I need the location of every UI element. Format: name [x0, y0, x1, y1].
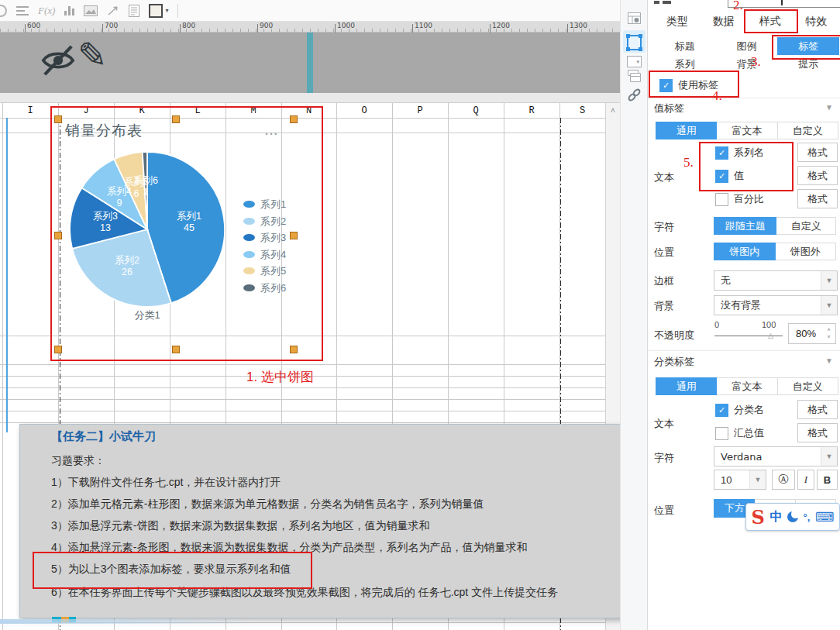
ime-keyboard-icon[interactable]: ⌨	[815, 509, 835, 525]
rectangle-tool-icon[interactable]: ▾	[149, 2, 168, 19]
selection-handle[interactable]	[54, 115, 62, 123]
series-name-checkbox[interactable]	[715, 146, 728, 160]
border-select[interactable]: 无 ▼	[714, 270, 838, 291]
inside-pie-option[interactable]: 饼图内	[714, 243, 776, 260]
use-label-checkbox[interactable]	[659, 79, 673, 92]
legend-item[interactable]: 系列4	[243, 246, 286, 263]
tab-style[interactable]: 样式	[747, 12, 794, 31]
tab-data[interactable]: 数据	[701, 12, 747, 31]
value-format-button[interactable]: 格式	[797, 166, 838, 185]
widget-combo-icon[interactable]: ▾	[627, 56, 642, 67]
background-select[interactable]: 没有背景 ▼	[714, 295, 838, 315]
chevron-down-icon[interactable]: ▼	[749, 470, 766, 489]
theme-follow-option[interactable]: 跟随主题	[714, 217, 776, 235]
font-family-select[interactable]: Verdana ▼	[714, 446, 838, 466]
legend-item[interactable]: 系列5	[243, 263, 286, 279]
nav-label[interactable]: 标签	[777, 37, 839, 55]
column-header[interactable]: I	[2, 103, 58, 118]
theme-custom-option[interactable]: 自定义	[776, 217, 836, 235]
hyperlink-icon[interactable]	[627, 88, 642, 102]
pie-chart[interactable]	[67, 150, 227, 309]
italic-button[interactable]: I	[797, 470, 814, 490]
mode-custom[interactable]: 自定义	[778, 122, 838, 139]
font-size-select[interactable]: 10 ▼	[714, 470, 766, 490]
column-chart-icon[interactable]	[64, 2, 74, 19]
use-label-row[interactable]: 使用标签	[659, 78, 718, 92]
series-name-format-button[interactable]: 格式	[797, 143, 838, 162]
value-label-section-header[interactable]: 值标签	[654, 102, 684, 115]
summary-value-check-row[interactable]: 汇总值	[715, 426, 764, 440]
category-name-check-row[interactable]: 分类名	[715, 403, 764, 417]
chevron-down-icon[interactable]: ▼	[821, 271, 837, 290]
selection-handle[interactable]	[172, 115, 180, 123]
category-name-checkbox[interactable]	[715, 404, 728, 417]
legend-item[interactable]: 系列6	[243, 280, 286, 296]
tab-effects[interactable]: 特效	[793, 12, 839, 31]
summary-value-checkbox[interactable]	[715, 427, 728, 440]
outside-pie-option[interactable]: 饼图外	[776, 243, 837, 260]
percent-format-button[interactable]: 格式	[797, 189, 838, 208]
menu-circle-icon[interactable]	[0, 2, 7, 19]
ime-punctuation-icon[interactable]: °,	[804, 511, 811, 523]
column-header[interactable]: P	[392, 103, 448, 118]
ime-fullhalf-moon-icon[interactable]	[787, 511, 798, 522]
category-label-section-header[interactable]: 分类标签	[654, 355, 694, 369]
series-name-check-row[interactable]: 系列名	[715, 146, 764, 160]
mode-richtext[interactable]: 富文本	[717, 122, 777, 139]
legend-item[interactable]: 系列3	[243, 229, 286, 246]
nav-title[interactable]: 标题	[654, 37, 716, 55]
selection-handle[interactable]	[172, 346, 180, 353]
legend-item[interactable]: 系列2	[243, 213, 286, 229]
nav-legend[interactable]: 图例	[716, 37, 778, 55]
hide-eye-icon[interactable]	[40, 43, 76, 80]
value-check-row[interactable]: 值	[715, 169, 744, 183]
tab-type[interactable]: 类型	[654, 12, 701, 31]
percent-check-row[interactable]: 百分比	[715, 192, 764, 206]
ime-toolbar[interactable]: S 中 °, ⌨	[745, 503, 840, 531]
opacity-value-input[interactable]: 80%	[788, 323, 824, 344]
mode-custom[interactable]: 自定义	[778, 377, 838, 395]
mode-richtext[interactable]: 富文本	[717, 377, 777, 395]
slider-thumb-icon[interactable]: △	[768, 332, 773, 339]
legend-item[interactable]: 系列1	[243, 196, 286, 212]
selection-handle[interactable]	[290, 346, 298, 353]
ime-language-toggle[interactable]: 中	[769, 509, 782, 525]
collapse-icon[interactable]: ▼	[825, 103, 833, 112]
bold-button[interactable]: B	[817, 470, 838, 490]
mode-general[interactable]: 通用	[656, 122, 717, 139]
line-icon[interactable]	[107, 2, 119, 19]
text-block-icon[interactable]	[129, 2, 139, 19]
font-color-button[interactable]: Ⓐ	[772, 470, 795, 490]
opacity-stepper[interactable]: ˄˅	[822, 323, 836, 344]
selection-handle[interactable]	[290, 232, 298, 239]
mode-general[interactable]: 通用	[656, 377, 717, 395]
condition-attributes-icon[interactable]	[627, 70, 642, 81]
percent-checkbox[interactable]	[715, 193, 728, 206]
value-checkbox[interactable]	[715, 170, 728, 183]
nav-series[interactable]: 系列	[654, 55, 716, 73]
chart-more-menu-icon[interactable]: ...	[265, 125, 279, 137]
widget-settings-icon[interactable]	[627, 35, 642, 50]
column-header[interactable]: S	[559, 103, 605, 118]
column-header[interactable]: R	[504, 103, 559, 118]
chevron-down-icon[interactable]: ▼	[821, 447, 837, 466]
category-name-format-button[interactable]: 格式	[797, 400, 838, 419]
selection-handle[interactable]	[54, 232, 62, 239]
selection-handle[interactable]	[290, 115, 298, 123]
nav-tooltip[interactable]: 提示	[777, 55, 839, 73]
pie-chart-element[interactable]: 销量分布表 ... 系列145系列226系列313系列49系列56系列61 系列…	[54, 115, 295, 353]
selection-handle[interactable]	[54, 346, 62, 353]
column-header[interactable]: Q	[448, 103, 504, 118]
image-icon[interactable]	[84, 2, 98, 19]
cell-attributes-icon[interactable]	[627, 12, 642, 24]
formula-icon[interactable]: F(x)	[38, 2, 55, 19]
nav-background[interactable]: 背景	[716, 55, 778, 73]
align-left-icon[interactable]	[16, 2, 29, 19]
sogou-logo-icon[interactable]: S	[752, 506, 765, 528]
scroll-up-icon[interactable]: ˄	[606, 106, 620, 115]
summary-value-format-button[interactable]: 格式	[797, 423, 838, 442]
column-header[interactable]: O	[336, 103, 392, 118]
collapse-icon[interactable]: ▼	[825, 356, 833, 365]
edit-pencil-icon[interactable]: ✎	[77, 37, 108, 73]
chevron-down-icon[interactable]: ▼	[821, 296, 837, 315]
